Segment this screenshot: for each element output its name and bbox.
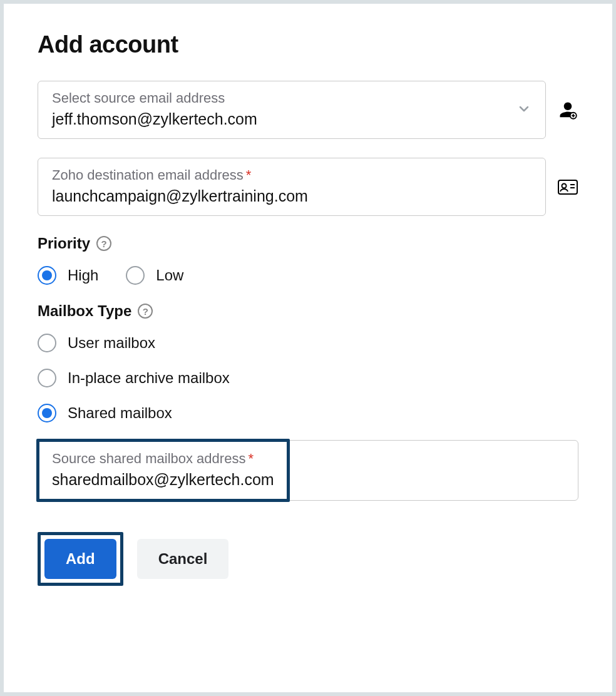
mailbox-option-shared[interactable]: Shared mailbox bbox=[38, 404, 578, 422]
svg-point-4 bbox=[562, 183, 567, 188]
destination-email-input[interactable]: Zoho destination email address* launchca… bbox=[38, 158, 546, 216]
source-email-label: Select source email address bbox=[52, 90, 533, 106]
radio-icon bbox=[38, 404, 56, 422]
mailbox-option-user[interactable]: User mailbox bbox=[38, 334, 578, 352]
shared-mailbox-value: sharedmailbox@zylkertech.com bbox=[52, 471, 274, 489]
help-icon[interactable]: ? bbox=[96, 236, 111, 251]
radio-label: In-place archive mailbox bbox=[68, 369, 230, 387]
radio-label: High bbox=[68, 267, 98, 284]
chevron-down-icon bbox=[516, 101, 531, 119]
priority-options: High Low bbox=[38, 266, 578, 285]
radio-icon bbox=[126, 266, 145, 285]
destination-email-value: launchcampaign@zylkertraining.com bbox=[52, 187, 533, 205]
radio-label: Low bbox=[156, 267, 183, 284]
required-marker: * bbox=[246, 167, 252, 183]
cancel-button[interactable]: Cancel bbox=[137, 539, 229, 579]
priority-option-high[interactable]: High bbox=[38, 266, 98, 285]
radio-icon bbox=[38, 334, 56, 352]
source-email-select[interactable]: Select source email address jeff.thomson… bbox=[38, 81, 546, 139]
source-email-value: jeff.thomson@zylkertech.com bbox=[52, 110, 533, 128]
required-marker: * bbox=[248, 451, 254, 466]
destination-email-row: Zoho destination email address* launchca… bbox=[38, 158, 578, 216]
shared-mailbox-input[interactable]: Source shared mailbox address* sharedmai… bbox=[38, 440, 578, 501]
source-email-row: Select source email address jeff.thomson… bbox=[38, 81, 578, 139]
radio-label: User mailbox bbox=[68, 334, 155, 352]
mailbox-option-archive[interactable]: In-place archive mailbox bbox=[38, 369, 578, 387]
add-account-panel: Add account Select source email address … bbox=[4, 4, 612, 692]
help-icon[interactable]: ? bbox=[138, 304, 153, 319]
radio-label: Shared mailbox bbox=[68, 404, 172, 422]
add-button[interactable]: Add bbox=[44, 539, 116, 579]
destination-email-label: Zoho destination email address* bbox=[52, 167, 533, 183]
mailbox-type-options: User mailbox In-place archive mailbox Sh… bbox=[38, 334, 578, 422]
priority-option-low[interactable]: Low bbox=[126, 266, 183, 285]
page-title: Add account bbox=[38, 31, 578, 58]
radio-icon bbox=[38, 266, 56, 285]
button-row: Add Cancel bbox=[38, 532, 578, 586]
radio-icon bbox=[38, 369, 56, 387]
mailbox-type-label: Mailbox Type ? bbox=[38, 302, 578, 320]
add-user-icon[interactable] bbox=[557, 101, 578, 120]
contact-card-icon[interactable] bbox=[557, 178, 578, 197]
shared-mailbox-row: Source shared mailbox address* sharedmai… bbox=[38, 440, 578, 501]
shared-mailbox-label: Source shared mailbox address* bbox=[52, 451, 274, 467]
priority-label: Priority ? bbox=[38, 235, 578, 252]
add-button-highlight: Add bbox=[38, 532, 123, 586]
